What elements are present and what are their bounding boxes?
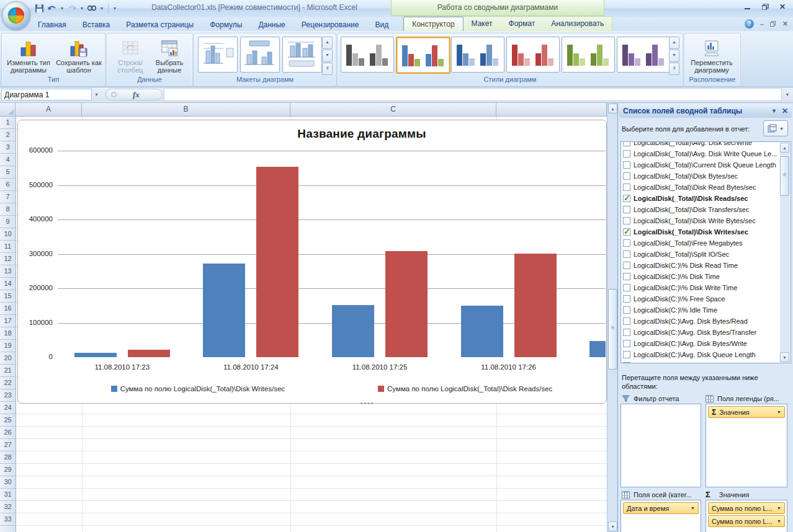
values-zone-pill[interactable]: Сумма по полю L...▼	[708, 502, 785, 514]
unchecked-checkbox[interactable]	[623, 161, 630, 169]
chart-resize-handle[interactable]: ••••	[359, 401, 376, 407]
field-item[interactable]: LogicalDisk(C:)\% Disk Write Time	[623, 282, 778, 293]
pill-dropdown[interactable]: ▼	[691, 506, 695, 510]
tab-Макет[interactable]: Макет	[464, 17, 501, 31]
field-item[interactable]: LogicalDisk(C:)\Avg. Disk Queue Length	[623, 349, 778, 360]
restore-button[interactable]	[761, 3, 769, 11]
layouts-scroll-up[interactable]: ▲	[322, 37, 333, 49]
checked-checkbox[interactable]	[623, 195, 630, 202]
field-item[interactable]: LogicalDisk(C:)\% Free Space	[623, 293, 778, 304]
field-item[interactable]: LogicalDisk(C:)\Avg. Disk Bytes/Transfer	[623, 327, 778, 338]
row-header-5[interactable]: 5	[0, 166, 16, 179]
chart-style-option-1[interactable]	[341, 37, 394, 73]
field-item[interactable]: LogicalDisk(C:)\% Disk Time	[623, 271, 778, 282]
row-header-14[interactable]: 14	[0, 278, 16, 290]
field-item[interactable]: LogicalDisk(_Total)\Split IO/Sec	[623, 249, 778, 260]
pane-close-icon[interactable]: ✕	[782, 107, 788, 115]
unchecked-checkbox[interactable]	[623, 329, 630, 336]
unchecked-checkbox[interactable]	[623, 172, 630, 180]
unchecked-checkbox[interactable]	[623, 306, 630, 314]
field-item[interactable]: LogicalDisk(_Total)\Current Disk Queue L…	[623, 159, 778, 171]
office-button[interactable]	[2, 1, 30, 30]
unchecked-checkbox[interactable]	[623, 217, 630, 224]
tab-Главная[interactable]: Главная	[30, 18, 74, 31]
row-header-24[interactable]: 24	[0, 402, 16, 414]
unchecked-checkbox[interactable]	[623, 141, 630, 146]
row-header-15[interactable]: 15	[0, 290, 16, 303]
chart-layout-option-2[interactable]	[240, 37, 280, 73]
bar-writes-cat2[interactable]	[203, 264, 245, 357]
row-header-19[interactable]: 19	[0, 340, 16, 352]
row-header-31[interactable]: 31	[0, 489, 16, 501]
layouts-gallery-more[interactable]: ⊻	[322, 63, 333, 75]
field-item[interactable]: LogicalDisk(_Total)\Disk Writes/sec	[623, 226, 778, 237]
bar-writes-cat1[interactable]	[74, 353, 117, 357]
scrollbar-thumb[interactable]	[608, 289, 617, 370]
name-box[interactable]: Диаграмма 1	[1, 89, 92, 100]
row-header-8[interactable]: 8	[0, 203, 16, 216]
scroll-up-button[interactable]: ▲	[608, 104, 617, 113]
pivot-chart[interactable]: Название диаграммы 010000020000030000040…	[17, 120, 607, 404]
field-list-scrollbar[interactable]: ▲ ▼	[780, 143, 790, 362]
tab-Вид[interactable]: Вид	[367, 18, 396, 31]
column-header-B[interactable]: B	[82, 103, 290, 117]
unchecked-checkbox[interactable]	[623, 351, 630, 358]
row-header-11[interactable]: 11	[0, 241, 16, 253]
customize-qat-button[interactable]: ▾	[112, 6, 117, 11]
name-box-dropdown[interactable]: ▼	[92, 89, 101, 100]
legend-zone-pill[interactable]: ΣЗначения▼	[708, 406, 785, 418]
vertical-scrollbar[interactable]: ▲ ▼	[607, 103, 617, 532]
tab-Разметка страницы[interactable]: Разметка страницы	[118, 18, 202, 31]
field-list-scroll-up[interactable]: ▲	[780, 143, 789, 153]
styles-gallery-more[interactable]: ⊻	[669, 63, 679, 75]
row-header-2[interactable]: 2	[0, 129, 16, 141]
row-header-3[interactable]: 3	[0, 141, 16, 154]
chart-layout-option-1[interactable]	[198, 37, 238, 73]
unchecked-checkbox[interactable]	[623, 150, 630, 157]
pill-dropdown[interactable]: ▼	[777, 410, 781, 414]
ribbon-restore-button[interactable]	[770, 20, 776, 28]
pane-options-dropdown[interactable]: ▼	[771, 108, 777, 114]
bar-writes-cat4[interactable]	[461, 306, 503, 357]
row-header-17[interactable]: 17	[0, 315, 16, 327]
field-item[interactable]: LogicalDisk(_Total)\Disk Bytes/sec	[623, 171, 778, 182]
redo-dropdown[interactable]: ▼	[79, 6, 84, 11]
bar-reads-cat2[interactable]	[256, 167, 298, 357]
row-header-29[interactable]: 29	[0, 464, 16, 476]
undo-dropdown[interactable]: ▼	[60, 6, 65, 11]
row-header-16[interactable]: 16	[0, 303, 16, 315]
tab-Рецензирование[interactable]: Рецензирование	[293, 18, 367, 31]
scroll-down-button[interactable]: ▼	[608, 521, 617, 531]
close-button[interactable]: ✕	[778, 3, 787, 11]
chart-style-option-6[interactable]	[617, 37, 670, 73]
row-header-25[interactable]: 25	[0, 414, 16, 427]
formula-bar-expand[interactable]: ▼	[783, 90, 792, 100]
row-header-13[interactable]: 13	[0, 265, 16, 278]
find-icon[interactable]	[86, 3, 97, 14]
row-header-10[interactable]: 10	[0, 228, 16, 241]
field-item[interactable]: LogicalDisk(_Total)\Avg. Disk Write Queu…	[623, 148, 778, 159]
unchecked-checkbox[interactable]	[623, 362, 630, 363]
row-header-23[interactable]: 23	[0, 389, 16, 402]
field-item[interactable]: LogicalDisk(_Total)\Disk Reads/sec	[623, 193, 778, 204]
ribbon-minimize-button[interactable]: –	[760, 20, 764, 28]
field-item[interactable]: LogicalDisk(C:)\Avg. Disk Bytes/Read	[623, 316, 778, 327]
help-icon[interactable]: ?	[745, 19, 754, 29]
axis-zone-pill[interactable]: Дата и время▼	[623, 502, 699, 514]
values-zone-pill[interactable]: Сумма по полю L...▼	[708, 515, 785, 527]
field-item[interactable]: LogicalDisk(C:)\Avg. Disk Bytes/Write	[623, 338, 778, 349]
formula-input[interactable]	[164, 88, 782, 101]
bar-writes-cat3[interactable]	[332, 305, 374, 357]
pill-dropdown[interactable]: ▼	[777, 519, 781, 523]
bar-reads-cat4[interactable]	[514, 254, 557, 357]
row-header-20[interactable]: 20	[0, 352, 16, 365]
tab-Вставка[interactable]: Вставка	[74, 18, 119, 31]
ribbon-close-button[interactable]: ✕	[782, 20, 788, 28]
field-item[interactable]: LogicalDisk(_Total)\Avg. Disk sec/Write	[623, 141, 778, 148]
row-header-9[interactable]: 9	[0, 216, 16, 228]
row-header-6[interactable]: 6	[0, 179, 16, 191]
legend-item-writes[interactable]: Сумма по полю LogicalDisk(_Total)\Disk W…	[111, 385, 285, 392]
select-all-corner[interactable]	[0, 103, 16, 117]
bar-reads-cat3[interactable]	[385, 251, 428, 357]
row-header-26[interactable]: 26	[0, 427, 16, 439]
